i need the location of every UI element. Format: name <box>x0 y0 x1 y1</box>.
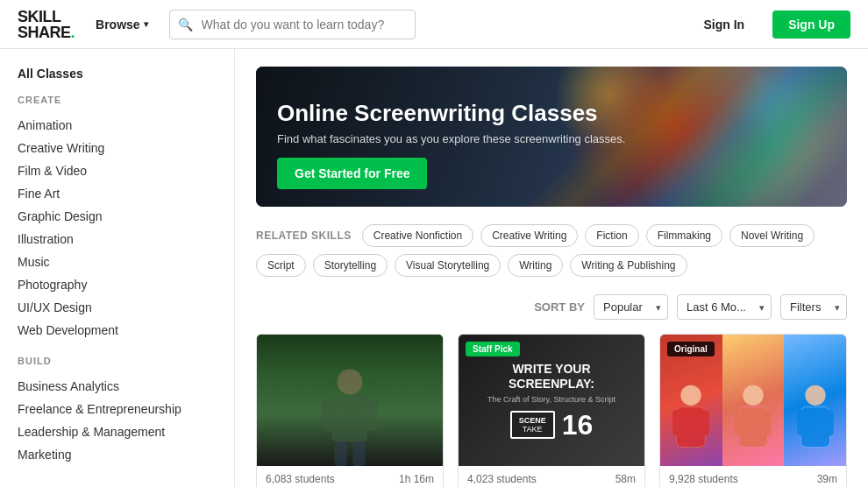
course-card-1-info: 6,083 students 1h 16m <box>257 466 443 487</box>
sidebar-item-music[interactable]: Music <box>18 251 217 273</box>
course-card-3-thumbnail: Original <box>660 335 846 466</box>
search-bar: 🔍 <box>169 10 416 39</box>
course-card-1-thumbnail: Original <box>257 335 443 466</box>
main-layout: All Classes CREATE Animation Creative Wr… <box>0 49 868 487</box>
sidebar-item-business-analytics[interactable]: Business Analytics <box>18 375 217 398</box>
logo-skill-text: SKILL <box>18 9 75 25</box>
sidebar-section-create-title: CREATE <box>18 95 217 105</box>
course-card-2-info: 4,023 students 58m <box>459 466 644 487</box>
sort-label: SORT BY <box>534 300 585 314</box>
svg-rect-17 <box>825 410 834 435</box>
sidebar: All Classes CREATE Animation Creative Wr… <box>0 49 235 487</box>
course-card-2-students: 4,023 students <box>467 473 537 485</box>
svg-point-10 <box>743 385 763 406</box>
man-silhouette-icon <box>315 361 385 466</box>
hero-subtitle: Find what fascinates you as you explore … <box>277 132 625 145</box>
person-1-silhouette <box>669 375 713 462</box>
sidebar-item-creative-writing[interactable]: Creative Writing <box>18 137 217 159</box>
svg-rect-13 <box>763 410 772 435</box>
course-grid: Original 6,083 studen <box>256 334 847 487</box>
sidebar-group-build: BUILD Business Analytics Freelance & Ent… <box>18 356 217 466</box>
course-card-2-badge: Staff Pick <box>466 342 520 356</box>
person-3 <box>784 335 846 466</box>
sidebar-item-web-development[interactable]: Web Development <box>18 319 217 342</box>
svg-rect-8 <box>672 410 681 435</box>
hero-banner: Online Screenwriting Classes Find what f… <box>256 67 847 207</box>
svg-point-0 <box>338 370 363 395</box>
hero-title: Online Screenwriting Classes <box>277 100 625 127</box>
sidebar-item-leadership[interactable]: Leadership & Management <box>18 420 217 443</box>
logo-dot: . <box>71 24 75 41</box>
course-card-1-students: 6,083 students <box>266 473 335 485</box>
svg-rect-5 <box>352 441 365 466</box>
sort-popular-wrap[interactable]: Popular <box>594 294 668 320</box>
related-skills-section: RELATED SKILLS Creative Nonfiction Creat… <box>256 224 847 277</box>
sidebar-item-uiux-design[interactable]: UI/UX Design <box>18 296 217 319</box>
course-card-2[interactable]: Staff Pick WRITE YOURSCREENPLAY: The Cra… <box>458 334 645 487</box>
course-card-3[interactable]: Original <box>659 334 847 487</box>
main-content: Online Screenwriting Classes Find what f… <box>235 49 868 487</box>
hero-cta-button[interactable]: Get Started for Free <box>277 158 427 189</box>
course-card-2-thumbnail: Staff Pick WRITE YOURSCREENPLAY: The Cra… <box>459 335 644 466</box>
search-input[interactable] <box>169 10 416 39</box>
skill-tag-fiction[interactable]: Fiction <box>585 224 638 247</box>
sidebar-item-marketing[interactable]: Marketing <box>18 443 217 466</box>
sign-in-button[interactable]: Sign In <box>689 11 758 39</box>
screenplay-content: WRITE YOURSCREENPLAY: The Craft of Story… <box>477 351 626 449</box>
svg-rect-3 <box>367 399 378 431</box>
svg-rect-4 <box>334 441 346 466</box>
man-scene <box>257 335 443 466</box>
sidebar-item-freelance[interactable]: Freelance & Entrepreneurship <box>18 398 217 420</box>
sidebar-item-photography[interactable]: Photography <box>18 273 217 296</box>
skill-tag-visual-storytelling[interactable]: Visual Storytelling <box>395 254 501 277</box>
sort-bar: SORT BY Popular Last 6 Mo... Filters <box>256 294 847 320</box>
search-icon: 🔍 <box>178 18 193 32</box>
hero-content: Online Screenwriting Classes Find what f… <box>277 100 625 189</box>
skill-tag-creative-writing[interactable]: Creative Writing <box>480 224 578 247</box>
sidebar-item-illustration[interactable]: Illustration <box>18 228 217 251</box>
slate-number: 16 <box>562 411 594 439</box>
course-card-3-badge: Original <box>667 342 715 356</box>
sort-filters-select[interactable]: Filters <box>780 294 847 320</box>
browse-label: Browse <box>96 18 140 32</box>
sidebar-item-film-video[interactable]: Film & Video <box>18 159 217 182</box>
skill-tag-script[interactable]: Script <box>256 254 306 277</box>
screenplay-subtitle: The Craft of Story, Structure & Script <box>487 395 615 404</box>
sidebar-item-graphic-design[interactable]: Graphic Design <box>18 205 217 228</box>
sidebar-all-classes[interactable]: All Classes <box>18 67 217 81</box>
logo[interactable]: SKILL SHARE. <box>18 9 75 40</box>
skill-tag-creative-nonfiction[interactable]: Creative Nonfiction <box>362 224 473 247</box>
related-skills-label: RELATED SKILLS <box>256 229 352 242</box>
sidebar-item-fine-art[interactable]: Fine Art <box>18 182 217 205</box>
svg-rect-1 <box>332 396 367 441</box>
skill-tag-novel-writing[interactable]: Novel Writing <box>729 224 815 247</box>
course-card-2-duration: 58m <box>615 473 636 485</box>
svg-rect-9 <box>701 410 709 435</box>
svg-point-14 <box>805 385 825 406</box>
person-2 <box>722 335 785 466</box>
svg-rect-12 <box>735 410 743 435</box>
course-card-3-duration: 39m <box>817 473 837 485</box>
sidebar-section-build-title: BUILD <box>18 356 217 366</box>
svg-point-6 <box>681 385 701 406</box>
sidebar-item-animation[interactable]: Animation <box>18 114 217 137</box>
sort-timeframe-wrap[interactable]: Last 6 Mo... <box>677 294 772 320</box>
skill-tag-writing-publishing[interactable]: Writing & Publishing <box>570 254 687 277</box>
sort-filters-wrap[interactable]: Filters <box>780 294 847 320</box>
sidebar-group-create: CREATE Animation Creative Writing Film &… <box>18 95 217 342</box>
person-2-silhouette <box>731 375 775 462</box>
browse-button[interactable]: Browse ▾ <box>89 12 155 37</box>
logo-share-text: SHARE. <box>18 25 75 40</box>
skill-tag-writing[interactable]: Writing <box>508 254 563 277</box>
chevron-down-icon: ▾ <box>144 19 148 29</box>
svg-rect-2 <box>322 399 332 431</box>
sort-popular-select[interactable]: Popular <box>594 294 668 320</box>
course-card-1-duration: 1h 16m <box>399 473 434 485</box>
screenplay-title: WRITE YOURSCREENPLAY: <box>487 362 615 392</box>
person-3-silhouette <box>793 375 837 462</box>
sort-timeframe-select[interactable]: Last 6 Mo... <box>677 294 772 320</box>
course-card-1[interactable]: Original 6,083 studen <box>256 334 444 487</box>
skill-tag-storytelling[interactable]: Storytelling <box>313 254 388 277</box>
skill-tag-filmmaking[interactable]: Filmmaking <box>646 224 722 247</box>
sign-up-button[interactable]: Sign Up <box>772 11 850 39</box>
